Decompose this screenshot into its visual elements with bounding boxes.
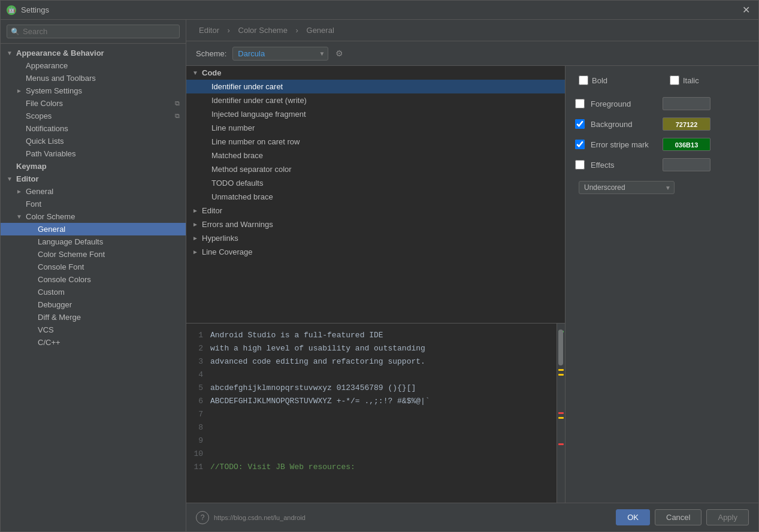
footer: ? https://blog.csdn.net/lu_android OK Ca… [186, 503, 758, 531]
sidebar-item-menus-toolbars[interactable]: Menus and Toolbars [1, 72, 186, 84]
error-stripe-checkbox[interactable] [575, 140, 585, 149]
color-tree-item-line-number[interactable]: Line number [186, 121, 565, 135]
scheme-select[interactable]: Darcula Default High Contrast [232, 47, 328, 61]
line-num: 1 [186, 331, 210, 340]
color-tree-item-unmatched-brace[interactable]: Unmatched brace [186, 190, 565, 204]
background-checkbox[interactable] [575, 119, 585, 129]
sidebar-item-path-variables[interactable]: Path Variables [1, 147, 186, 160]
sidebar-item-cpp[interactable]: C/C++ [1, 336, 186, 349]
sidebar-item-diff-merge[interactable]: Diff & Merge [1, 311, 186, 324]
scrollbar-tick-yellow [558, 369, 564, 371]
cancel-button[interactable]: Cancel [655, 509, 701, 525]
line-num: 5 [186, 383, 210, 392]
sidebar-item-file-colors[interactable]: File Colors ⧉ [1, 97, 186, 110]
line-num: 4 [186, 370, 210, 379]
main-content: 🔍 ▼ Appearance & Behavior Appearance Men… [1, 20, 758, 531]
scrollbar-tick-red [558, 412, 564, 414]
arrow-icon: ► [192, 207, 202, 214]
bold-checkbox[interactable] [579, 75, 588, 85]
sidebar-item-general[interactable]: ► General [1, 185, 186, 198]
help-button[interactable]: ? [196, 511, 209, 524]
sidebar-item-console-font[interactable]: Console Font [1, 261, 186, 273]
italic-checkbox[interactable] [670, 75, 679, 85]
effects-color-swatch[interactable] [663, 158, 710, 171]
apply-button[interactable]: Apply [706, 509, 749, 525]
arrow-icon: ► [16, 87, 26, 94]
scheme-bar: Scheme: Darcula Default High Contrast ▼ … [186, 41, 758, 66]
sidebar-item-appearance[interactable]: Appearance [1, 59, 186, 72]
error-stripe-value: 036B13 [663, 138, 710, 152]
background-swatch[interactable]: 727122 [663, 117, 710, 131]
arrow-icon: ► [192, 249, 202, 255]
color-tree-item-line-number-caret[interactable]: Line number on caret row [186, 135, 565, 149]
close-button[interactable]: ✕ [740, 2, 752, 18]
sidebar-item-editor[interactable]: ▼ Editor [1, 173, 186, 185]
gear-button[interactable]: ⚙ [333, 46, 346, 61]
color-tree-section-code[interactable]: ▼ Code [186, 66, 565, 80]
foreground-label: Foreground [591, 99, 657, 108]
sidebar-item-scopes[interactable]: Scopes ⧉ [1, 110, 186, 122]
scrollbar-tick-yellow2 [558, 374, 564, 376]
color-tree-item-method-separator[interactable]: Method separator color [186, 162, 565, 176]
code-line-6: 6 ABCDEFGHIJKLMNOPQRSTUVWXYZ +-*/= .,;:!… [186, 394, 557, 407]
background-row: Background 727122 [575, 117, 749, 131]
scrollbar-thumb [558, 330, 563, 365]
preview-scrollbar[interactable] [557, 324, 565, 503]
code-line-8: 8 [186, 421, 557, 434]
sidebar-item-system-settings[interactable]: ► System Settings [1, 84, 186, 97]
sidebar-item-debugger[interactable]: Debugger [1, 298, 186, 311]
color-tree-section-hyperlinks[interactable]: ► Hyperlinks [186, 231, 565, 245]
color-tree: ▼ Code Identifier under caret Identifier… [186, 66, 565, 323]
code-line-10: 10 [186, 447, 557, 460]
code-line-11: 11 //TODO: Visit JB Web resources: [186, 460, 557, 473]
code-line-2: 2 with a high level of usability and out… [186, 341, 557, 355]
arrow-icon: ► [16, 188, 26, 195]
color-tree-section-editor[interactable]: ► Editor [186, 204, 565, 217]
effects-style-select[interactable]: Underscored Bold Underscored Underwaved … [579, 181, 675, 194]
bold-label: Bold [592, 76, 658, 85]
sidebar-item-cs-general[interactable]: General [1, 223, 186, 235]
title-bar: 🤖 Settings ✕ [1, 1, 758, 20]
settings-window: 🤖 Settings ✕ 🔍 ▼ Appearance & Behavior [0, 0, 759, 532]
sidebar-item-color-scheme[interactable]: ▼ Color Scheme [1, 210, 186, 223]
foreground-row: Foreground [575, 97, 749, 110]
ok-button[interactable]: OK [616, 509, 650, 525]
breadcrumb-editor: Editor [199, 26, 219, 35]
arrow-icon: ► [192, 235, 202, 241]
preview-area: 1 Android Studio is a full-featured IDE … [186, 323, 565, 503]
sidebar-item-quick-lists[interactable]: Quick Lists [1, 135, 186, 147]
sidebar-item-custom[interactable]: Custom [1, 286, 186, 298]
foreground-checkbox[interactable] [575, 99, 585, 108]
footer-link: https://blog.csdn.net/lu_android [214, 514, 306, 521]
color-tree-item-todo[interactable]: TODO defaults [186, 176, 565, 190]
foreground-swatch[interactable] [663, 97, 710, 110]
sidebar-item-notifications[interactable]: Notifications [1, 122, 186, 135]
line-num: 8 [186, 423, 210, 432]
code-line-5: 5 abcdefghijklmnopqrstuvwxyz 0123456789 … [186, 381, 557, 394]
color-tree-section-errors[interactable]: ► Errors and Warnings [186, 217, 565, 231]
arrow-icon: ▼ [7, 176, 16, 182]
effects-row: Effects [575, 158, 749, 171]
sidebar-item-console-colors[interactable]: Console Colors [1, 273, 186, 286]
background-label: Background [591, 120, 657, 129]
sidebar-item-font[interactable]: Font [1, 198, 186, 210]
arrow-icon: ▼ [7, 50, 16, 56]
line-num: 11 [186, 463, 210, 471]
search-input[interactable] [23, 27, 176, 36]
sidebar-item-vcs[interactable]: VCS [1, 324, 186, 336]
sidebar-item-appearance-behavior[interactable]: ▼ Appearance & Behavior [1, 47, 186, 59]
panel-body: ▼ Code Identifier under caret Identifier… [186, 66, 758, 503]
error-stripe-swatch[interactable]: 036B13 [663, 138, 710, 151]
line-num: 6 [186, 397, 210, 406]
color-tree-item-injected[interactable]: Injected language fragment [186, 107, 565, 121]
color-tree-item-matched-brace[interactable]: Matched brace [186, 149, 565, 162]
error-stripe-label: Error stripe mark [591, 140, 657, 149]
sidebar-item-keymap[interactable]: Keymap [1, 160, 186, 173]
sidebar-item-color-scheme-font[interactable]: Color Scheme Font [1, 248, 186, 261]
color-tree-item-identifier-write[interactable]: Identifier under caret (write) [186, 93, 565, 107]
code-preview: 1 Android Studio is a full-featured IDE … [186, 324, 557, 503]
sidebar-item-language-defaults[interactable]: Language Defaults [1, 235, 186, 248]
color-tree-section-line-coverage[interactable]: ► Line Coverage [186, 245, 565, 259]
color-tree-item-identifier-under-caret[interactable]: Identifier under caret [186, 80, 565, 93]
effects-checkbox[interactable] [575, 160, 585, 170]
